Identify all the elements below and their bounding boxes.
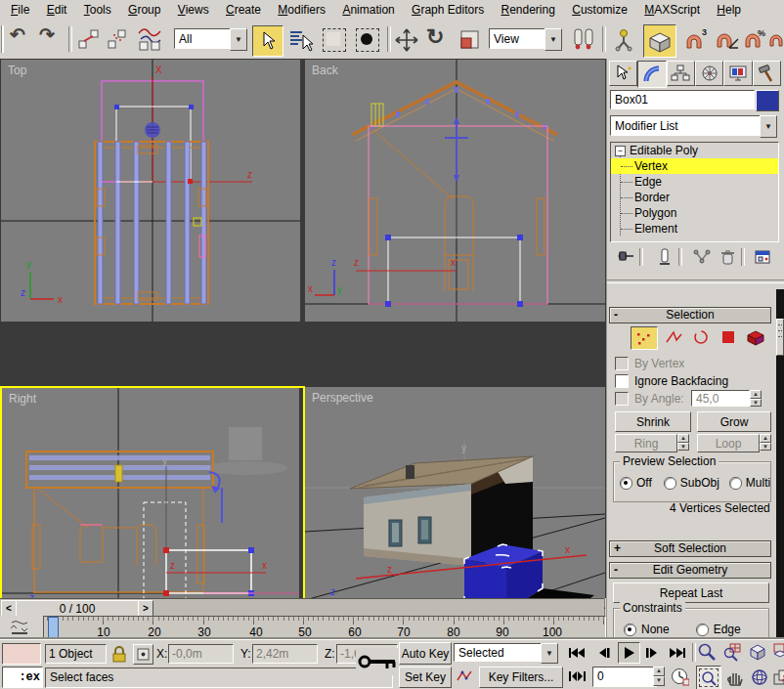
bind-to-spacewarp-icon[interactable] bbox=[135, 25, 164, 53]
make-unique-icon[interactable] bbox=[692, 247, 712, 267]
zoom-icon[interactable] bbox=[696, 641, 718, 663]
zoom-extents-all-icon[interactable] bbox=[772, 641, 784, 663]
stack-item-edge[interactable]: Edge bbox=[611, 174, 778, 190]
selection-lock-icon[interactable] bbox=[109, 643, 129, 664]
menu-modifiers[interactable]: Modifiers bbox=[271, 0, 332, 20]
select-and-manipulate-icon[interactable] bbox=[610, 25, 637, 55]
unlink-selection-icon[interactable] bbox=[106, 27, 131, 51]
key-mode-toggle-icon[interactable] bbox=[565, 667, 588, 685]
time-slider-track[interactable]: < 0 / 100 > bbox=[0, 598, 604, 617]
go-to-end-button[interactable] bbox=[666, 643, 689, 662]
next-frame-button[interactable] bbox=[641, 643, 663, 662]
menu-maxscript[interactable]: MAXScript bbox=[637, 0, 707, 20]
scrollbar-thumb[interactable] bbox=[776, 319, 784, 356]
stack-item-editable-poly[interactable]: −Editable Poly bbox=[611, 143, 778, 158]
play-button[interactable] bbox=[618, 642, 640, 664]
ignore-backfacing-checkbox[interactable] bbox=[615, 374, 629, 388]
previous-frame-button[interactable] bbox=[593, 643, 615, 662]
macro-recorder-box[interactable] bbox=[2, 643, 41, 665]
next-frame-arrow[interactable]: > bbox=[138, 600, 153, 617]
menu-animation[interactable]: Animation bbox=[335, 0, 401, 20]
polygon-mode-button[interactable] bbox=[717, 327, 740, 347]
spinner-snap-icon[interactable] bbox=[768, 26, 784, 54]
modifier-list-dropdown-arrow[interactable]: ▼ bbox=[760, 115, 777, 138]
tab-utilities[interactable] bbox=[753, 61, 781, 86]
object-color-swatch[interactable] bbox=[756, 90, 779, 111]
set-key-button[interactable]: Set Key bbox=[399, 667, 452, 688]
current-frame-field[interactable]: 0 bbox=[592, 667, 657, 687]
grow-button[interactable]: Grow bbox=[697, 411, 771, 432]
collapse-minus-icon[interactable]: − bbox=[615, 146, 626, 156]
preview-multi-radio[interactable] bbox=[729, 477, 742, 490]
constraint-edge-radio[interactable] bbox=[696, 624, 709, 636]
loop-spinner[interactable]: ▲▼ bbox=[760, 434, 771, 451]
viewport-right-label[interactable]: Right bbox=[9, 392, 36, 406]
by-angle-spinner[interactable]: ▲▼ bbox=[750, 390, 762, 407]
go-to-start-button[interactable] bbox=[565, 643, 588, 662]
repeat-last-button[interactable]: Repeat Last bbox=[613, 582, 769, 603]
region-zoom-icon[interactable] bbox=[696, 666, 721, 689]
preview-off-radio[interactable] bbox=[620, 477, 632, 490]
soft-selection-rollout-header[interactable]: +Soft Selection bbox=[609, 540, 771, 557]
pan-hand-icon[interactable] bbox=[722, 666, 746, 688]
tab-create[interactable] bbox=[609, 61, 637, 86]
key-filters-button[interactable]: Key Filters... bbox=[479, 667, 563, 688]
new-key-default-in-tangent-icon[interactable] bbox=[454, 667, 475, 686]
stack-item-polygon[interactable]: Polygon bbox=[611, 205, 778, 221]
window-crossing-icon[interactable] bbox=[356, 28, 379, 52]
time-slider-button[interactable]: 0 / 100 bbox=[16, 600, 139, 617]
menu-help[interactable]: Help bbox=[710, 0, 748, 20]
coord-system-dropdown-arrow[interactable]: ▼ bbox=[544, 28, 562, 51]
zoom-extents-icon[interactable] bbox=[747, 641, 768, 663]
shrink-button[interactable]: Shrink bbox=[615, 411, 691, 432]
border-mode-button[interactable] bbox=[689, 327, 713, 347]
edge-mode-button[interactable] bbox=[662, 327, 685, 347]
time-configuration-icon[interactable] bbox=[669, 666, 690, 687]
menu-create[interactable]: Create bbox=[219, 0, 268, 20]
set-keys-key-icon[interactable] bbox=[356, 648, 399, 675]
maxscript-mini-listener[interactable]: :ex bbox=[2, 667, 43, 688]
viewport-top-label[interactable]: Top bbox=[8, 64, 26, 77]
loop-button[interactable]: Loop bbox=[697, 434, 760, 452]
stack-item-border[interactable]: Border bbox=[611, 190, 778, 205]
modifier-list-dropdown[interactable]: Modifier List bbox=[610, 115, 764, 136]
tab-hierarchy[interactable] bbox=[667, 61, 695, 86]
undo-icon[interactable]: ↶ bbox=[10, 23, 25, 46]
menu-views[interactable]: Views bbox=[171, 0, 216, 20]
object-name-field[interactable]: Box01 bbox=[610, 90, 755, 109]
absolute-offset-mode-icon[interactable] bbox=[133, 644, 153, 665]
vertex-mode-button[interactable] bbox=[631, 326, 658, 350]
command-panel-scrollbar[interactable] bbox=[776, 289, 784, 637]
angle-snap-toggle-icon[interactable] bbox=[712, 26, 741, 54]
by-angle-checkbox[interactable] bbox=[615, 392, 629, 406]
selection-rollout-header[interactable]: -Selection bbox=[609, 307, 771, 323]
menu-tools[interactable]: Tools bbox=[77, 0, 118, 20]
select-and-move-icon[interactable] bbox=[393, 26, 420, 54]
select-and-scale-icon[interactable] bbox=[457, 27, 483, 53]
preview-subobj-radio[interactable] bbox=[664, 477, 676, 490]
stack-item-vertex[interactable]: Vertex bbox=[611, 158, 778, 174]
zoom-all-icon[interactable] bbox=[721, 641, 743, 663]
select-and-rotate-icon[interactable]: ↻ bbox=[426, 24, 444, 50]
tab-motion[interactable] bbox=[695, 61, 723, 86]
snaps-toggle-button[interactable] bbox=[643, 24, 676, 58]
toolbar-grip[interactable] bbox=[2, 25, 7, 53]
select-object-button[interactable] bbox=[252, 25, 283, 57]
tab-display[interactable] bbox=[723, 61, 752, 86]
prev-frame-arrow[interactable]: < bbox=[1, 600, 17, 617]
viewport-top[interactable]: X z y z x Top bbox=[1, 60, 300, 322]
viewport-back[interactable]: z x z x y Back bbox=[305, 60, 605, 322]
anim-selection-set-arrow[interactable]: ▼ bbox=[541, 643, 558, 664]
show-end-result-icon[interactable] bbox=[655, 247, 675, 267]
constraint-none-radio[interactable] bbox=[624, 624, 636, 636]
selection-filter-dropdown[interactable]: All bbox=[174, 28, 235, 49]
angle-snap-icon-3[interactable]: 3 bbox=[680, 26, 710, 54]
configure-modifier-sets-icon[interactable] bbox=[753, 247, 772, 267]
selection-filter-dropdown-arrow[interactable]: ▼ bbox=[230, 28, 247, 51]
frame-spinner[interactable]: ▲▼ bbox=[653, 667, 665, 686]
track-bar-ruler[interactable]: 0 10 20 30 40 50 60 70 80 90 100 bbox=[43, 616, 606, 640]
coord-system-dropdown[interactable]: View bbox=[489, 28, 549, 49]
redo-icon[interactable]: ↷ bbox=[39, 23, 55, 46]
stack-item-element[interactable]: Element bbox=[611, 221, 778, 237]
menu-group[interactable]: Group bbox=[121, 0, 167, 20]
